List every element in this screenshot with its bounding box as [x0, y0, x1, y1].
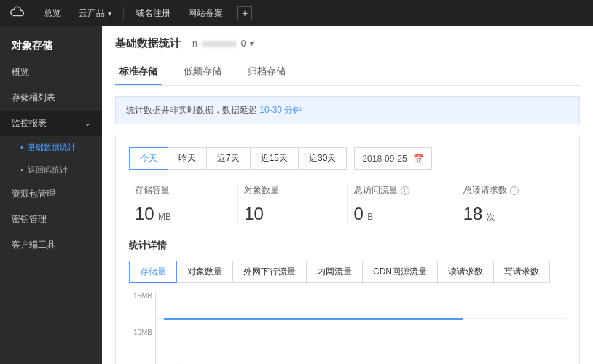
metric-tab[interactable]: 对象数量 — [176, 261, 233, 283]
calendar-icon: 📅 — [413, 154, 424, 164]
sidebar: 对象存储 概览 存储桶列表 监控报表⌄ 基础数据统计 返回码统计 资源包管理 密… — [0, 26, 102, 364]
range-today[interactable]: 今天 — [129, 147, 168, 170]
sidebar-sub-return-code[interactable]: 返回码统计 — [0, 159, 102, 181]
top-bar: 总览 云产品▾ 域名注册 网站备案 + — [0, 0, 593, 26]
stat-block: 总读请求数 i18 次 — [457, 184, 566, 224]
bucket-selector[interactable]: nxxxxxxxx0 ▾ — [192, 39, 254, 49]
tab-archive[interactable]: 归档存储 — [243, 59, 290, 85]
add-button[interactable]: + — [237, 6, 252, 20]
stat-unit: MB — [156, 212, 171, 222]
tab-standard[interactable]: 标准存储 — [115, 59, 162, 85]
sidebar-sub-basic-stats[interactable]: 基础数据统计 — [0, 136, 102, 159]
sidebar-title: 对象存储 — [0, 32, 102, 60]
chevron-down-icon: ⌄ — [85, 119, 90, 127]
chevron-down-icon: ▾ — [108, 9, 111, 17]
page-title: 基础数据统计 — [115, 36, 181, 50]
stat-block: 对象数量10 — [238, 184, 347, 224]
sidebar-item-keys[interactable]: 密钥管理 — [0, 207, 102, 232]
range-30d[interactable]: 近30天 — [298, 147, 347, 170]
metric-tab[interactable]: 写请求数 — [493, 261, 550, 283]
stat-label: 对象数量 — [244, 184, 347, 197]
stat-block: 总访问流量 i0 B — [348, 184, 457, 224]
date-value: 2018-09-25 — [362, 154, 407, 164]
nav-domain[interactable]: 域名注册 — [127, 0, 179, 26]
stat-unit: B — [365, 212, 373, 222]
metric-tab[interactable]: CDN回源流量 — [362, 261, 438, 283]
y-tick: 10MB — [129, 328, 152, 336]
stat-value: 10 — [244, 204, 264, 223]
cloud-logo-icon[interactable] — [9, 4, 26, 22]
separator — [123, 7, 124, 20]
metric-tab[interactable]: 读请求数 — [437, 261, 494, 283]
stat-label: 总访问流量 i — [354, 184, 457, 197]
info-icon[interactable]: i — [510, 186, 519, 195]
summary-stats: 存储容量10 MB对象数量10 总访问流量 i0 B总读请求数 i18 次 — [129, 184, 566, 224]
storage-chart: 15MB 10MB 0MB 09月23日00:3001:0001:3002:00… — [129, 292, 566, 364]
stat-block: 存储容量10 MB — [129, 184, 238, 224]
date-picker[interactable]: 2018-09-25 📅 — [354, 147, 431, 170]
nav-products-label: 云产品 — [79, 7, 105, 20]
y-tick: 15MB — [129, 292, 152, 300]
metric-tab[interactable]: 外网下行流量 — [232, 261, 307, 283]
range-7d[interactable]: 近7天 — [206, 147, 251, 170]
storage-tabs: 标准存储 低频存储 归档存储 — [115, 59, 580, 86]
chart-series-line — [164, 318, 463, 320]
stat-value: 10 — [135, 204, 154, 223]
stat-label: 存储容量 — [135, 184, 237, 197]
stats-card: 今天 昨天 近7天 近15天 近30天 2018-09-25 📅 存储容量10 … — [115, 135, 580, 364]
stat-label: 总读请求数 i — [463, 184, 566, 197]
metric-tab[interactable]: 存储量 — [129, 261, 177, 283]
detail-title: 统计详情 — [129, 239, 566, 252]
stat-value: 18 — [463, 204, 483, 223]
stat-value: 0 — [354, 204, 364, 223]
nav-overview[interactable]: 总览 — [35, 0, 70, 26]
sidebar-item-overview[interactable]: 概览 — [0, 60, 102, 85]
sidebar-item-client[interactable]: 客户端工具 — [0, 232, 102, 258]
notice-text: 统计数据并非实时数据，数据延迟 — [126, 105, 259, 115]
range-yesterday[interactable]: 昨天 — [168, 147, 207, 170]
nav-products[interactable]: 云产品▾ — [70, 0, 120, 26]
sidebar-item-packages[interactable]: 资源包管理 — [0, 181, 102, 207]
stat-unit: 次 — [484, 212, 495, 222]
notice-highlight: 10-30 分钟 — [259, 105, 302, 115]
sidebar-item-monitor[interactable]: 监控报表⌄ — [0, 111, 102, 136]
chart-plot — [155, 292, 566, 364]
bucket-prefix: n — [192, 39, 197, 49]
range-15d[interactable]: 近15天 — [250, 147, 299, 170]
time-range-row: 今天 昨天 近7天 近15天 近30天 2018-09-25 📅 — [129, 147, 566, 170]
metric-tab[interactable]: 内网流量 — [306, 261, 363, 283]
bucket-masked: xxxxxxxx — [202, 39, 237, 49]
metric-tabs: 存储量对象数量外网下行流量内网流量CDN回源流量读请求数写请求数 — [129, 261, 566, 283]
info-icon[interactable]: i — [401, 186, 409, 195]
bucket-suffix: 0 — [241, 39, 246, 49]
sidebar-item-label: 监控报表 — [12, 117, 47, 130]
sidebar-item-buckets[interactable]: 存储桶列表 — [0, 85, 102, 111]
chevron-down-icon: ▾ — [250, 39, 254, 47]
main-content: 基础数据统计 nxxxxxxxx0 ▾ 标准存储 低频存储 归档存储 统计数据并… — [102, 26, 593, 364]
tab-infrequent[interactable]: 低频存储 — [179, 59, 226, 85]
chart-y-axis: 15MB 10MB 0MB — [129, 292, 152, 364]
delay-notice: 统计数据并非实时数据，数据延迟 10-30 分钟 — [115, 96, 580, 124]
nav-icp[interactable]: 网站备案 — [179, 0, 232, 26]
